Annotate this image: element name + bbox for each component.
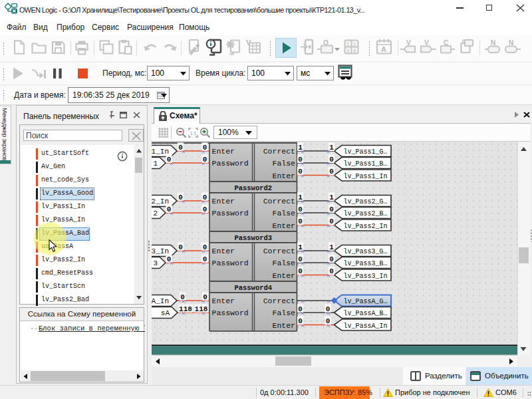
svg-text:Enter: Enter (272, 221, 295, 230)
svg-text:0: 0 (298, 205, 303, 213)
svg-text:0: 0 (203, 243, 207, 251)
svg-text:Password: Password (212, 259, 249, 267)
svg-text:Correct: Correct (263, 297, 295, 305)
svg-text:False: False (272, 259, 295, 267)
svg-text:2: 2 (153, 209, 158, 217)
svg-text:0: 0 (203, 205, 207, 213)
svg-text:0: 0 (298, 305, 303, 313)
svg-text:0: 0 (203, 156, 207, 164)
svg-text:118: 118 (195, 305, 208, 313)
svg-text:False: False (272, 159, 295, 168)
svg-text:Correct: Correct (263, 197, 295, 205)
svg-text:Correct: Correct (263, 147, 295, 156)
svg-text:sA: sA (161, 309, 170, 317)
svg-text:0: 0 (178, 144, 183, 152)
svg-text:0: 0 (203, 293, 207, 301)
svg-text:0: 0 (298, 217, 303, 225)
svg-text:0: 0 (298, 255, 303, 263)
svg-text:1_In: 1_In (152, 148, 169, 156)
svg-text:1: 1 (298, 194, 303, 201)
svg-text:Password: Password (212, 159, 249, 168)
svg-text:4: 4 (353, 49, 356, 53)
svg-text:Enter: Enter (272, 321, 295, 330)
svg-text:0: 0 (298, 168, 303, 176)
svg-text:3: 3 (346, 49, 349, 53)
svg-text:1: 1 (346, 42, 349, 47)
svg-text:V: V (406, 39, 411, 47)
svg-text:False: False (272, 309, 295, 317)
svg-text:Enter: Enter (212, 147, 235, 156)
svg-text:Password3: Password3 (234, 234, 272, 242)
svg-text:lv_PassA_In: lv_PassA_In (344, 322, 388, 330)
svg-text:lv_PassA_B…: lv_PassA_B… (344, 309, 388, 317)
svg-text:lv_Pass1_G…: lv_Pass1_G… (344, 148, 388, 156)
svg-text:0: 0 (167, 205, 172, 213)
svg-text:0: 0 (329, 156, 334, 164)
svg-text:N: N (491, 39, 495, 47)
svg-text:2_In: 2_In (152, 198, 169, 205)
svg-text:lv_Pass2_In: lv_Pass2_In (344, 222, 388, 230)
svg-text:1: 1 (329, 144, 334, 152)
svg-text:V: V (424, 39, 429, 47)
svg-text:1: 1 (329, 194, 334, 201)
svg-text:0: 0 (167, 255, 172, 263)
svg-text:0: 0 (203, 255, 207, 263)
svg-text:Correct: Correct (263, 247, 295, 255)
svg-text:1: 1 (298, 144, 303, 152)
svg-text:lv_Pass3_In: lv_Pass3_In (344, 272, 388, 280)
svg-text:0: 0 (178, 243, 183, 251)
svg-text:lv_Pass1_B…: lv_Pass1_B… (344, 160, 388, 168)
svg-text:2: 2 (353, 42, 356, 47)
svg-text:1: 1 (329, 243, 334, 251)
svg-text:0: 0 (298, 317, 303, 325)
svg-text:118: 118 (179, 305, 192, 313)
svg-text:Password: Password (212, 209, 249, 217)
svg-text:1:1: 1:1 (190, 131, 197, 136)
svg-text:False: False (272, 209, 295, 217)
svg-text:3_In: 3_In (152, 247, 169, 255)
svg-text:0: 0 (203, 144, 207, 152)
svg-text:0: 0 (326, 317, 331, 325)
svg-text:3: 3 (153, 259, 158, 267)
svg-text:0: 0 (329, 267, 334, 275)
svg-text:lv_Pass2_B…: lv_Pass2_B… (344, 209, 388, 217)
svg-text:0: 0 (298, 267, 303, 275)
svg-text:A_In: A_In (152, 297, 169, 305)
svg-text:lv_Pass1_In: lv_Pass1_In (344, 172, 388, 180)
svg-text:Enter: Enter (212, 297, 235, 305)
svg-text:0: 0 (329, 217, 334, 225)
svg-text:lv_PassA_G…: lv_PassA_G… (344, 297, 388, 305)
svg-text:0: 0 (167, 156, 172, 164)
svg-text:lv_Pass3_B…: lv_Pass3_B… (344, 259, 388, 267)
svg-text:0: 0 (326, 305, 331, 313)
svg-text:Enter: Enter (212, 197, 235, 205)
svg-text:1: 1 (153, 160, 158, 168)
svg-text:0: 0 (329, 255, 334, 263)
svg-text:lv_Pass3_G…: lv_Pass3_G… (344, 247, 388, 255)
svg-text:Enter: Enter (272, 271, 295, 280)
svg-text:0: 0 (329, 205, 334, 213)
svg-text:N: N (509, 39, 513, 47)
svg-text:Password: Password (212, 309, 249, 317)
svg-text:Password4: Password4 (234, 284, 272, 292)
svg-text:Password2: Password2 (234, 184, 272, 192)
svg-text:0: 0 (180, 293, 185, 301)
svg-text:0: 0 (203, 194, 207, 201)
svg-text:0: 0 (329, 168, 334, 176)
svg-text:Enter: Enter (212, 247, 235, 255)
svg-text:1: 1 (298, 243, 303, 251)
svg-text:Enter: Enter (272, 172, 295, 180)
svg-text:A: A (381, 45, 386, 53)
svg-text:0: 0 (298, 156, 303, 164)
svg-text:lv_Pass2_G…: lv_Pass2_G… (344, 198, 388, 205)
svg-text:0: 0 (178, 194, 183, 201)
